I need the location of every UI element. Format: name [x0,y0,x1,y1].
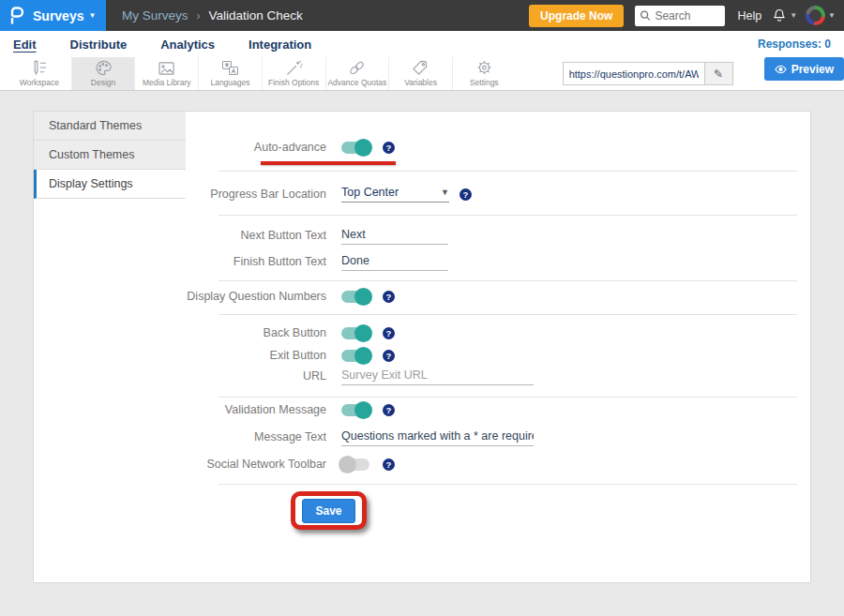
search-input[interactable] [655,9,720,23]
toolbar-item-languages[interactable]: Languages [198,57,262,90]
questionpro-logo [9,7,24,24]
toolbar-item-label: Languages [210,78,249,87]
app-header: Surveys ▼ My Surveys › Validation Check … [0,0,844,31]
workspace-icon [30,60,48,76]
progress-bar-location-label: Progress Bar Location [186,188,326,201]
progress-bar-location-select[interactable]: Top Center ▼ [341,186,449,203]
auto-advance-label: Auto-advance [186,141,326,154]
tab-analytics[interactable]: Analytics [160,38,215,52]
progress-bar-location-row: Progress Bar Location Top Center ▼ ? [186,186,810,203]
preview-label: Preview [791,63,834,76]
validation-message-label: Validation Message [186,403,326,416]
finish-options-icon [285,60,303,76]
display-question-numbers-toggle[interactable] [341,291,369,303]
toolbar-item-design[interactable]: Design [71,57,135,90]
red-annotation-box: Save [291,491,367,530]
tab-integration[interactable]: Integration [249,38,311,52]
exit-url-row: URL [186,367,810,385]
media-library-icon [158,60,175,76]
next-button-text-input[interactable] [341,226,448,245]
breadcrumb-current: Validation Check [209,8,303,23]
tab-distribute[interactable]: Distribute [70,38,128,52]
toolbar-item-label: Design [91,78,115,87]
toolbar-item-label: Settings [470,78,499,87]
back-button-toggle[interactable] [341,327,369,339]
back-button-label: Back Button [186,326,326,339]
edit-toolbar: Workspace Design Media Library Lang [0,57,844,91]
display-question-numbers-label: Display Question Numbers [186,290,326,303]
notifications-menu[interactable]: ▼ [772,8,797,23]
responses-count-link[interactable]: Responses: 0 [758,38,831,51]
validation-message-toggle[interactable] [341,404,369,416]
sidebar-item-custom-themes[interactable]: Custom Themes [34,141,186,170]
toolbar-item-advance-quotas[interactable]: Advance Quotas [325,57,389,90]
chevron-down-icon: ▼ [828,11,836,20]
finish-button-text-input[interactable] [341,252,448,271]
toolbar-item-media-library[interactable]: Media Library [134,57,198,90]
toolbar-item-settings[interactable]: Settings [452,57,516,90]
search-icon [640,9,651,22]
chevron-down-icon: ▼ [441,188,449,197]
help-link[interactable]: Help [737,9,761,23]
display-settings-form: Auto-advance ? Progress Bar Location Top… [186,112,810,582]
account-menu[interactable]: ▼ [806,6,836,25]
survey-url-input[interactable] [563,62,705,85]
next-button-text-row: Next Button Text [186,226,810,245]
content-area: Standard Themes Custom Themes Display Se… [0,91,844,616]
bell-icon [772,8,787,23]
question-circle-icon[interactable]: ? [383,350,395,362]
variables-icon [412,60,430,76]
global-search[interactable] [635,6,725,26]
survey-url-group: ✎ [563,57,733,90]
question-circle-icon[interactable]: ? [460,188,472,201]
divider [219,484,797,485]
user-avatar [806,6,825,25]
social-network-toolbar-label: Social Network Toolbar [186,458,326,471]
next-button-text-label: Next Button Text [186,229,326,242]
question-circle-icon[interactable]: ? [383,291,395,303]
save-button[interactable]: Save [302,499,354,523]
message-text-row: Message Text [186,428,810,446]
edit-url-button[interactable]: ✎ [705,62,733,85]
message-text-input[interactable] [341,428,534,446]
sidebar-item-display-settings[interactable]: Display Settings [34,170,186,199]
toolbar-item-variables[interactable]: Variables [388,57,452,90]
toolbar-item-finish-options[interactable]: Finish Options [262,57,325,90]
divider [219,171,797,172]
question-circle-icon[interactable]: ? [383,458,395,471]
chevron-down-icon: ▼ [88,11,96,20]
finish-button-text-row: Finish Button Text [186,252,810,271]
question-circle-icon[interactable]: ? [383,142,395,154]
finish-button-text-label: Finish Button Text [186,255,326,268]
breadcrumb: My Surveys › Validation Check [122,8,303,23]
toolbar-item-label: Finish Options [268,78,319,87]
breadcrumb-parent[interactable]: My Surveys [122,8,188,23]
question-circle-icon[interactable]: ? [383,327,395,339]
divider [219,314,797,315]
upgrade-now-button[interactable]: Upgrade Now [529,5,624,27]
social-network-toolbar-row: Social Network Toolbar ? [186,458,810,471]
red-annotation-underline [261,161,396,165]
exit-button-toggle[interactable] [341,350,369,362]
pencil-icon: ✎ [714,68,723,81]
exit-url-input[interactable] [341,367,534,385]
question-circle-icon[interactable]: ? [383,404,395,416]
message-text-label: Message Text [186,430,326,443]
auto-advance-toggle[interactable] [341,142,369,154]
eye-icon [775,65,787,74]
toolbar-item-label: Media Library [143,78,191,87]
tab-edit[interactable]: Edit [13,38,37,52]
product-label: Surveys [33,8,83,23]
settings-icon [475,60,493,76]
divider [219,397,797,398]
product-switcher[interactable]: Surveys ▼ [0,0,106,31]
exit-button-label: Exit Button [186,349,326,362]
toolbar-item-workspace[interactable]: Workspace [8,57,71,90]
sidebar-item-standard-themes[interactable]: Standard Themes [34,112,186,141]
social-network-toolbar-toggle[interactable] [341,458,369,471]
preview-button[interactable]: Preview [764,57,844,81]
advance-quotas-icon [348,60,366,76]
divider [219,280,797,281]
toolbar-item-label: Variables [404,78,437,87]
display-question-numbers-row: Display Question Numbers ? [186,290,810,303]
